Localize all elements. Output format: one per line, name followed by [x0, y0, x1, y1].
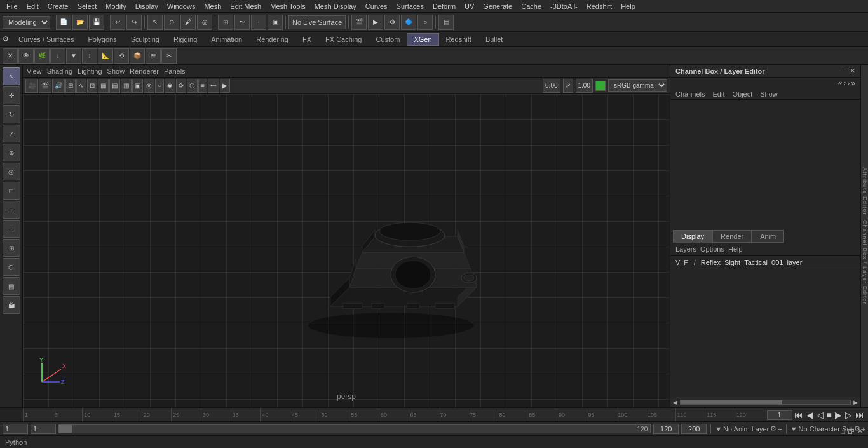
viewport-menu-show[interactable]: Show — [107, 67, 125, 75]
channel-arrow-right2[interactable]: » — [851, 79, 855, 88]
tab-display[interactable]: Display — [673, 230, 712, 243]
viewport-menu-shading[interactable]: Shading — [47, 67, 72, 75]
menu-mesh[interactable]: Mesh — [200, 1, 225, 11]
vp-icon14[interactable]: ⟳ — [176, 79, 186, 93]
xgen-circle-icon[interactable]: ○ — [417, 15, 433, 30]
menu-surfaces[interactable]: Surfaces — [393, 1, 428, 11]
menu-edit[interactable]: Edit — [23, 1, 43, 11]
frame-end-display[interactable]: 120 — [653, 424, 679, 434]
menu-generate[interactable]: Generate — [479, 1, 516, 11]
vp-film-btn[interactable]: 🎬 — [39, 79, 51, 93]
layer-scroll-right[interactable]: ► — [852, 398, 859, 406]
vp-icon7[interactable]: ▦ — [98, 79, 109, 93]
menu-windows[interactable]: Windows — [163, 1, 200, 11]
layer-playback-btn[interactable]: P — [684, 259, 688, 266]
icon-group-6[interactable]: 🏔 — [3, 296, 20, 314]
vp-icon9[interactable]: ▥ — [121, 79, 132, 93]
new-file-icon[interactable]: 📄 — [56, 15, 71, 30]
icon-group-1[interactable]: + — [3, 201, 20, 219]
menu-deform[interactable]: Deform — [429, 1, 459, 11]
live-surface-btn[interactable]: No Live Surface — [288, 15, 346, 29]
move-tool-btn[interactable]: ✛ — [3, 86, 20, 104]
xgen-icon-4[interactable]: ↓ — [50, 48, 65, 64]
select-tool-btn[interactable]: ↖ — [3, 67, 20, 85]
vp-icon4[interactable]: ⊞ — [65, 79, 76, 93]
icon-group-3[interactable]: ⊞ — [3, 239, 20, 257]
menu-uv[interactable]: UV — [461, 1, 478, 11]
xgen-icon-8[interactable]: ⟲ — [114, 48, 129, 64]
tab-render[interactable]: Render — [712, 230, 752, 243]
select-icon[interactable]: ↖ — [147, 15, 163, 30]
hypershade-icon[interactable]: 🔷 — [401, 15, 416, 30]
play-fwd-btn[interactable]: ▶ — [834, 410, 843, 420]
layer-scroll-left[interactable]: ◄ — [672, 398, 679, 406]
layer-visibility-btn[interactable]: V — [675, 259, 680, 266]
redo-icon[interactable]: ↪ — [126, 15, 142, 30]
vp-camera-btn[interactable]: 🎥 — [25, 79, 38, 93]
xgen-icon-6[interactable]: ↕ — [82, 48, 97, 64]
menu-mesh-tools[interactable]: Mesh Tools — [266, 1, 309, 11]
menu-create[interactable]: Create — [44, 1, 72, 11]
show-tab[interactable]: Show — [760, 90, 778, 98]
vp-icon17[interactable]: ⊷ — [208, 79, 219, 93]
show-ui-icon[interactable]: ▤ — [438, 15, 454, 30]
object-tab[interactable]: Object — [732, 90, 752, 98]
vp-icon8[interactable]: ▤ — [109, 79, 120, 93]
xgen-icon-2[interactable]: 👁 — [18, 48, 34, 64]
anim-layer-settings[interactable]: ⚙ — [770, 424, 776, 433]
menu-help[interactable]: Help — [617, 1, 639, 11]
tab-fx-caching[interactable]: FX Caching — [318, 33, 369, 46]
open-file-icon[interactable]: 📂 — [72, 15, 88, 30]
vp-icon10[interactable]: ▣ — [132, 79, 143, 93]
play-back-btn[interactable]: ◁ — [815, 410, 825, 420]
viewport-menu-lighting[interactable]: Lighting — [78, 67, 102, 75]
vp-camera-scale[interactable]: 1.00 — [576, 79, 593, 93]
timeline-ruler[interactable]: 1 5 10 15 20 25 30 35 40 45 50 55 60 65 … — [23, 408, 764, 421]
vp-colorspace-select[interactable]: sRGB gamma — [608, 79, 667, 92]
frame-slider[interactable]: 120 — [58, 424, 651, 433]
show-hide-btn[interactable]: □ — [3, 182, 20, 200]
menu-file[interactable]: File — [3, 1, 22, 11]
vp-icon16[interactable]: ≡ — [198, 79, 207, 93]
step-fwd-btn[interactable]: ▷ — [844, 410, 853, 420]
soft-select-tool-btn[interactable]: ◎ — [3, 163, 20, 180]
python-tab-label[interactable]: Python — [5, 438, 27, 446]
render-icon[interactable]: 🎬 — [351, 15, 367, 30]
character-set-arrow[interactable]: ▼ — [790, 425, 797, 433]
panel-minimize-btn[interactable]: ─ — [842, 67, 847, 75]
ipr-icon[interactable]: ▶ — [368, 15, 383, 30]
icon-group-2[interactable]: + — [3, 220, 20, 238]
viewport-canvas[interactable]: X Y Z persp — [23, 94, 670, 407]
menu-edit-mesh[interactable]: Edit Mesh — [226, 1, 265, 11]
tab-anim[interactable]: Anim — [752, 230, 784, 243]
anim-layer-add[interactable]: + — [778, 425, 782, 433]
icon-group-5[interactable]: ▤ — [3, 277, 20, 295]
undo-icon[interactable]: ↩ — [110, 15, 125, 30]
vp-sound-btn[interactable]: 🔊 — [52, 79, 65, 93]
vp-icon13[interactable]: ◉ — [165, 79, 175, 93]
frame-display[interactable] — [767, 410, 792, 420]
layer-edit-icon[interactable]: / — [694, 259, 696, 266]
gear-settings-icon[interactable]: ⚙ — [3, 35, 9, 43]
mode-dropdown[interactable]: Modeling — [3, 16, 50, 29]
xgen-icon-7[interactable]: 📐 — [98, 48, 113, 64]
right-collapse-tab[interactable]: Attribute Editor Channel Box / Layer Edi… — [860, 65, 868, 407]
xgen-icon-3[interactable]: 🌿 — [34, 48, 50, 64]
stop-btn[interactable]: ■ — [825, 410, 833, 420]
menu-display[interactable]: Display — [132, 1, 162, 11]
vp-icon12[interactable]: ○ — [155, 79, 164, 93]
edit-tab[interactable]: Edit — [712, 90, 724, 98]
vp-icon15[interactable]: ⬡ — [187, 79, 198, 93]
snap-curve-icon[interactable]: 〜 — [234, 15, 250, 30]
step-back-btn[interactable]: ◀ — [805, 410, 815, 420]
icon-group-4[interactable]: ⬡ — [3, 258, 20, 276]
frame-current-input[interactable] — [31, 424, 56, 434]
vp-camera-scale-icon[interactable]: ⤢ — [563, 79, 573, 93]
menu-3dtall[interactable]: -3DtoAll- — [546, 1, 581, 11]
save-file-icon[interactable]: 💾 — [89, 15, 104, 30]
tab-custom[interactable]: Custom — [369, 33, 407, 46]
rotate-tool-btn[interactable]: ↻ — [3, 105, 20, 123]
snap-surface-icon[interactable]: ▣ — [268, 15, 283, 30]
render-settings-icon[interactable]: ⚙ — [384, 15, 400, 30]
lasso-icon[interactable]: ⊙ — [164, 15, 179, 30]
